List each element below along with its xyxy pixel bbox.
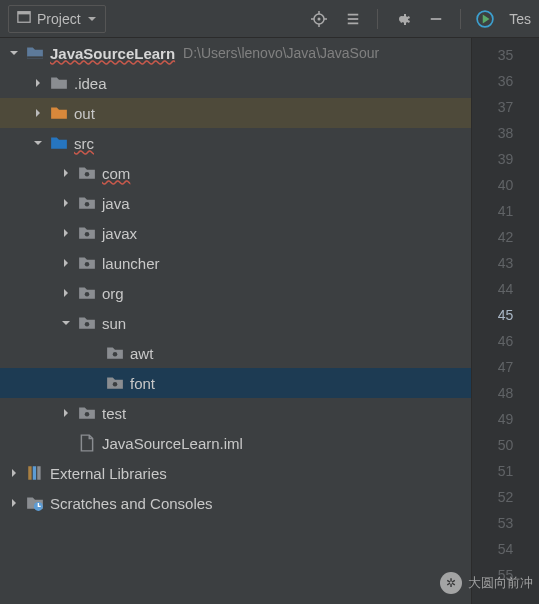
gutter-line: 44 — [472, 276, 539, 302]
tree-label: out — [74, 105, 95, 122]
tree-label: test — [102, 405, 126, 422]
tree-label: com — [102, 165, 130, 182]
chevron-right-icon[interactable] — [58, 405, 74, 421]
chevron-right-icon[interactable] — [58, 225, 74, 241]
svg-point-18 — [85, 292, 90, 297]
watermark-text: 大圆向前冲 — [468, 574, 533, 592]
tree-label: awt — [130, 345, 153, 362]
package-icon — [78, 284, 96, 302]
tree-label: org — [102, 285, 124, 302]
watermark: ✲ 大圆向前冲 — [440, 572, 533, 594]
tree-label: Scratches and Consoles — [50, 495, 213, 512]
gutter-line: 41 — [472, 198, 539, 224]
editor-gutter: 3536373839404142434445464748495051525354… — [471, 38, 539, 604]
tree-label: sun — [102, 315, 126, 332]
tree-label: src — [74, 135, 94, 152]
chevron-down-icon[interactable] — [6, 45, 22, 61]
gutter-line: 47 — [472, 354, 539, 380]
gutter-line: 43 — [472, 250, 539, 276]
svg-point-17 — [85, 262, 90, 267]
svg-rect-25 — [37, 466, 40, 480]
gutter-line: 54 — [472, 536, 539, 562]
tree-item-test[interactable]: test — [0, 398, 471, 428]
tree-item-launcher[interactable]: launcher — [0, 248, 471, 278]
svg-rect-1 — [18, 11, 30, 14]
package-icon — [78, 314, 96, 332]
tree-item-iml[interactable]: JavaSourceLearn.iml — [0, 428, 471, 458]
svg-rect-9 — [348, 18, 359, 20]
chevron-right-icon[interactable] — [30, 75, 46, 91]
chevron-down-icon[interactable] — [30, 135, 46, 151]
tree-item-out[interactable]: out — [0, 98, 471, 128]
tree-label: JavaSourceLearn.iml — [102, 435, 243, 452]
tree-item-sun[interactable]: sun — [0, 308, 471, 338]
svg-rect-11 — [431, 18, 442, 20]
source-folder-icon — [50, 134, 68, 152]
gutter-line: 40 — [472, 172, 539, 198]
svg-rect-8 — [348, 13, 359, 15]
tree-label: JavaSourceLearn — [50, 45, 175, 62]
chevron-right-icon[interactable] — [30, 105, 46, 121]
chevron-right-icon[interactable] — [58, 195, 74, 211]
tree-item-scratches[interactable]: Scratches and Consoles — [0, 488, 471, 518]
package-icon — [78, 254, 96, 272]
dropdown-label: Project — [37, 11, 81, 27]
tree-label: javax — [102, 225, 137, 242]
gutter-line: 50 — [472, 432, 539, 458]
minimize-icon[interactable] — [426, 9, 446, 29]
svg-point-20 — [113, 352, 118, 357]
svg-point-22 — [85, 412, 90, 417]
tree-item-java[interactable]: java — [0, 188, 471, 218]
scratch-icon — [26, 494, 44, 512]
svg-point-15 — [85, 202, 90, 207]
gutter-line: 37 — [472, 94, 539, 120]
tree-item-awt[interactable]: awt — [0, 338, 471, 368]
package-icon — [106, 344, 124, 362]
chevron-down-icon[interactable] — [58, 315, 74, 331]
toolbar-actions: Tes — [309, 9, 531, 29]
svg-rect-13 — [27, 56, 43, 58]
gear-icon[interactable] — [392, 9, 412, 29]
chevron-right-icon[interactable] — [58, 285, 74, 301]
gutter-line: 48 — [472, 380, 539, 406]
tree-item-org[interactable]: org — [0, 278, 471, 308]
package-icon — [78, 164, 96, 182]
package-icon — [78, 194, 96, 212]
project-tree[interactable]: JavaSourceLearn D:\Users\lenovo\Java\Jav… — [0, 38, 471, 604]
folder-icon — [50, 74, 68, 92]
svg-point-3 — [318, 17, 321, 20]
svg-point-19 — [85, 322, 90, 327]
tree-item-src[interactable]: src — [0, 128, 471, 158]
package-icon — [106, 374, 124, 392]
file-icon — [78, 434, 96, 452]
tree-item-external-libraries[interactable]: External Libraries — [0, 458, 471, 488]
chevron-right-icon[interactable] — [58, 255, 74, 271]
tree-item-font[interactable]: font — [0, 368, 471, 398]
svg-point-21 — [113, 382, 118, 387]
gutter-line: 49 — [472, 406, 539, 432]
tree-item-javax[interactable]: javax — [0, 218, 471, 248]
tree-root[interactable]: JavaSourceLearn D:\Users\lenovo\Java\Jav… — [0, 38, 471, 68]
gutter-line: 45 — [472, 302, 539, 328]
chevron-right-icon[interactable] — [58, 165, 74, 181]
package-icon — [78, 404, 96, 422]
toolbar-divider — [460, 9, 461, 29]
chevron-right-icon[interactable] — [6, 495, 22, 511]
tree-item-com[interactable]: com — [0, 158, 471, 188]
toolbar-divider — [377, 9, 378, 29]
tree-label: font — [130, 375, 155, 392]
gutter-line: 42 — [472, 224, 539, 250]
gutter-line: 36 — [472, 68, 539, 94]
gutter-line: 35 — [472, 42, 539, 68]
chevron-right-icon[interactable] — [6, 465, 22, 481]
expand-collapse-icon[interactable] — [343, 9, 363, 29]
svg-point-16 — [85, 232, 90, 237]
project-toolbar: Project Tes — [0, 0, 539, 38]
svg-rect-10 — [348, 22, 359, 24]
locate-icon[interactable] — [309, 9, 329, 29]
spacer — [58, 435, 74, 451]
run-icon[interactable] — [475, 9, 495, 29]
tree-item-idea[interactable]: .idea — [0, 68, 471, 98]
tree-path: D:\Users\lenovo\Java\JavaSour — [183, 45, 379, 61]
project-view-dropdown[interactable]: Project — [8, 5, 106, 33]
